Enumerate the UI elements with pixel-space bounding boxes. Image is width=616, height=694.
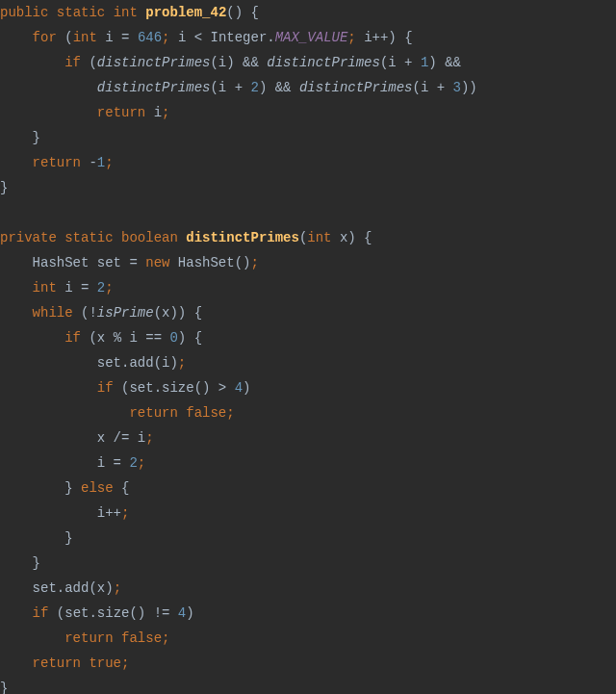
code-line: if (distinctPrimes(i) && distinctPrimes(… bbox=[0, 55, 461, 70]
code-token: if bbox=[97, 380, 114, 396]
code-token bbox=[0, 280, 33, 296]
code-token bbox=[0, 55, 64, 70]
code-line: i++; bbox=[0, 505, 129, 521]
code-token: } bbox=[0, 530, 73, 546]
code-token: ) bbox=[243, 380, 250, 396]
code-token: (x % i == bbox=[81, 330, 169, 346]
code-token: int bbox=[114, 5, 138, 20]
code-token: } bbox=[0, 555, 40, 571]
code-line: distinctPrimes(i + 2) && distinctPrimes(… bbox=[0, 80, 477, 95]
code-line: } bbox=[0, 555, 40, 571]
code-token: 2 bbox=[97, 280, 105, 296]
code-token: { bbox=[114, 480, 130, 496]
code-line: } bbox=[0, 180, 8, 195]
code-token: distinctPrimes bbox=[186, 230, 299, 245]
code-line: public static int problem_42() { bbox=[0, 5, 259, 20]
code-token: if bbox=[64, 55, 81, 70]
code-token: x) { bbox=[332, 230, 372, 245]
code-token: return true bbox=[33, 655, 121, 671]
code-token: if bbox=[64, 330, 81, 346]
code-token: 3 bbox=[453, 80, 461, 95]
code-token: 2 bbox=[250, 80, 258, 95]
code-token: 4 bbox=[235, 380, 243, 396]
code-token: set.add(x) bbox=[0, 580, 114, 596]
code-line: return false; bbox=[0, 405, 235, 421]
code-token: ) bbox=[186, 605, 193, 621]
code-token: } bbox=[0, 480, 81, 496]
code-token: ; bbox=[105, 280, 113, 296]
code-token: public bbox=[0, 5, 48, 20]
code-token: ( bbox=[81, 55, 97, 70]
code-token: i bbox=[145, 105, 162, 120]
code-token: ; bbox=[178, 355, 186, 371]
code-token: ; bbox=[138, 455, 145, 471]
code-token: (set.size() > bbox=[114, 380, 235, 396]
code-token: (x)) { bbox=[154, 305, 202, 321]
code-token: () { bbox=[226, 5, 259, 20]
code-token bbox=[105, 5, 113, 20]
code-token: HashSet() bbox=[169, 255, 250, 270]
code-token: i = bbox=[0, 455, 129, 471]
code-token: (! bbox=[73, 305, 97, 321]
code-token: private bbox=[0, 230, 57, 245]
code-token: static bbox=[57, 5, 105, 20]
code-token bbox=[0, 630, 64, 646]
code-line: HashSet set = new HashSet(); bbox=[0, 255, 259, 270]
code-token: ) && bbox=[259, 80, 299, 95]
code-token: - bbox=[81, 155, 97, 170]
code-token bbox=[0, 155, 33, 170]
code-token: int bbox=[33, 280, 57, 296]
code-line: while (!isPrime(x)) { bbox=[0, 305, 202, 321]
code-line: set.add(i); bbox=[0, 355, 186, 371]
code-token: if bbox=[33, 605, 49, 621]
code-token bbox=[57, 30, 64, 45]
code-token: i < Integer. bbox=[170, 30, 275, 45]
code-token: ; bbox=[121, 505, 129, 521]
code-token: ; bbox=[226, 405, 234, 421]
code-line: } else { bbox=[0, 480, 129, 496]
code-token bbox=[0, 655, 33, 671]
code-token: distinctPrimes bbox=[97, 80, 211, 95]
code-token: ; bbox=[162, 105, 169, 120]
code-line: x /= i; bbox=[0, 430, 154, 446]
code-token: return false bbox=[64, 630, 162, 646]
code-token: else bbox=[81, 480, 114, 496]
code-line: set.add(x); bbox=[0, 580, 121, 596]
code-token bbox=[0, 405, 129, 421]
code-token: problem_42 bbox=[145, 5, 226, 20]
code-line: return true; bbox=[0, 655, 129, 671]
code-token bbox=[0, 605, 33, 621]
code-token: static bbox=[64, 230, 113, 245]
code-token bbox=[0, 330, 64, 346]
code-token: ; bbox=[121, 655, 129, 671]
code-token: 2 bbox=[129, 455, 137, 471]
code-token: (set.size() != bbox=[48, 605, 177, 621]
code-token: 0 bbox=[169, 330, 177, 346]
code-token: MAX_VALUE bbox=[275, 30, 348, 45]
code-token: 4 bbox=[178, 605, 186, 621]
code-token: ; bbox=[347, 30, 355, 45]
code-line: return -1; bbox=[0, 155, 114, 170]
code-token bbox=[114, 230, 121, 245]
code-token bbox=[0, 380, 97, 396]
code-token bbox=[57, 230, 64, 245]
code-line: if (set.size() != 4) bbox=[0, 605, 194, 621]
code-token: i = bbox=[97, 30, 138, 45]
code-token: (i + bbox=[413, 80, 453, 95]
code-token: x /= i bbox=[0, 430, 145, 446]
code-line: private static boolean distinctPrimes(in… bbox=[0, 230, 372, 245]
code-line: return i; bbox=[0, 105, 169, 120]
code-token: ; bbox=[145, 430, 153, 446]
code-token bbox=[0, 305, 33, 321]
code-token: (i + bbox=[380, 55, 421, 70]
code-line: for (int i = 646; i < Integer.MAX_VALUE;… bbox=[0, 30, 413, 45]
code-token: } bbox=[0, 130, 40, 145]
code-token: i = bbox=[57, 280, 97, 296]
code-token: HashSet set = bbox=[0, 255, 145, 270]
code-line: } bbox=[0, 130, 40, 145]
code-token: ; bbox=[105, 155, 113, 170]
code-token: ) { bbox=[178, 330, 202, 346]
code-token: 646 bbox=[138, 30, 162, 45]
code-token: set.add(i) bbox=[0, 355, 178, 371]
code-token: } bbox=[0, 180, 8, 195]
